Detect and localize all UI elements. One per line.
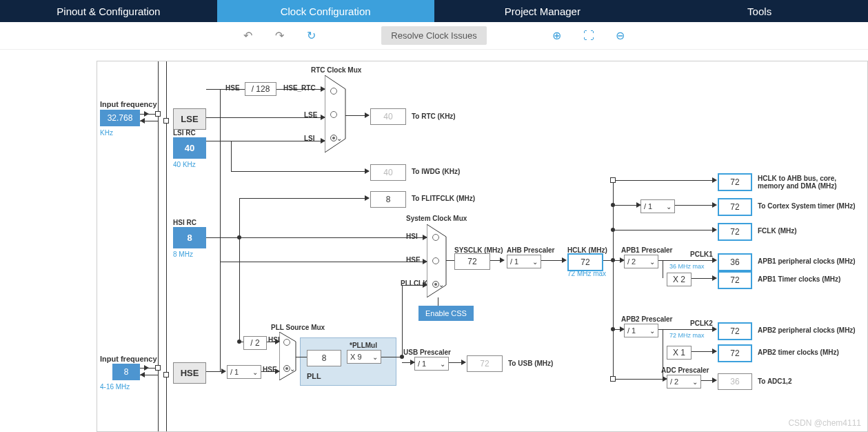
pllmux-opt-hse[interactable] (283, 365, 290, 372)
pllmul-select[interactable]: X 9 (347, 350, 381, 364)
rtcmux-opt-hse[interactable] (330, 88, 337, 95)
adc-title: ADC Prescaler (661, 366, 709, 374)
flitf-out: 8 (370, 191, 406, 208)
undo-icon[interactable]: ↶ (241, 29, 254, 43)
apb2-title: APB2 Prescaler (621, 315, 673, 323)
hsi-sub: 8 MHz (173, 251, 193, 258)
lse-freq-label: Input frequency (100, 100, 157, 108)
resolve-button[interactable]: Resolve Clock Issues (381, 26, 486, 45)
apb2-mult: X 1 (667, 346, 692, 360)
ahb-prescaler-select[interactable]: / 1 (507, 255, 541, 268)
sysmux-hsi-lbl: HSI (406, 233, 418, 240)
adc-prescaler-select[interactable]: / 2 (667, 375, 701, 389)
sysmux-hse-lbl: HSE (406, 256, 421, 264)
lse-freq-value[interactable]: 32.768 (100, 110, 140, 126)
out-apb2tim: 72 (718, 344, 752, 362)
usb-outlbl: To USB (MHz) (508, 360, 553, 367)
pll-hsidiv: / 2 (243, 336, 267, 350)
lse-unit: KHz (100, 129, 113, 137)
enable-css-button[interactable]: Enable CSS (418, 306, 474, 321)
lsi-osc: 40 (173, 137, 206, 159)
pclk1-sub: 36 MHz max (669, 263, 705, 270)
rtc-outlbl: To RTC (KHz) (412, 112, 456, 120)
ahb-lbl: AHB Prescaler (507, 246, 554, 254)
out-fclk: 72 (718, 223, 752, 241)
usb-out: 72 (467, 355, 503, 372)
pllmux-opt-hsi[interactable] (283, 339, 290, 346)
apb1-title: APB1 Prescaler (621, 246, 673, 254)
apb2-prescaler-select[interactable]: / 1 (624, 324, 658, 337)
iwdg-out: 40 (370, 164, 406, 181)
rtc-out: 40 (370, 108, 406, 125)
hse-freq-value[interactable]: 8 (112, 364, 140, 380)
sysmux-opt-pllclk[interactable] (432, 281, 439, 288)
hsi-label: HSI RC (173, 219, 196, 226)
pclk2-sub: 72 MHz max (669, 332, 705, 339)
clock-diagram[interactable]: Input frequency 32.768 KHz LSE LSI RC 40… (97, 61, 868, 432)
usb-prescaler-select[interactable]: / 1 (414, 357, 449, 371)
out-apb1tim-lbl: APB1 Timer clocks (MHz) (758, 275, 840, 283)
pll-area-lbl: PLL (307, 372, 321, 380)
hse-osc: HSE (173, 362, 206, 384)
out-cortex-lbl: To Cortex System timer (MHz) (758, 202, 856, 210)
out-adc: 36 (718, 373, 752, 390)
lsi-sub: 40 KHz (173, 161, 196, 168)
hse-div-select[interactable]: / 1 (227, 365, 261, 379)
sysmux-title: System Clock Mux (406, 215, 467, 222)
rtc-hsediv: / 128 (245, 82, 276, 96)
lsi-label: LSI RC (173, 129, 196, 137)
rtcmux-opt-lse[interactable] (330, 111, 337, 118)
out-pclk2: 72 (718, 322, 752, 340)
fit-icon[interactable]: ⛶ (582, 29, 596, 43)
out-pclk2-lbl: APB2 peripheral clocks (MHz) (758, 326, 856, 334)
apb1-mult: X 2 (667, 273, 692, 286)
sysmux-opt-hsi[interactable] (432, 234, 439, 241)
rtcmux-hse-lbl: HSE (225, 84, 240, 92)
rtcmux-title: RTC Clock Mux (311, 66, 361, 74)
pclk2-lbl: PCLK2 (690, 320, 713, 327)
zoom-out-icon[interactable]: ⊖ (614, 29, 627, 43)
out-adc-lbl: To ADC1,2 (758, 377, 791, 385)
refresh-icon[interactable]: ↻ (304, 29, 318, 43)
out-hclkahb: 72 (718, 173, 752, 191)
tab-pinout[interactable]: Pinout & Configuration (0, 0, 217, 22)
hse-unit: 4-16 MHz (100, 383, 130, 391)
apb1-prescaler-select[interactable]: / 2 (624, 255, 658, 268)
lse-osc: LSE (173, 108, 206, 130)
sysmux-opt-hse[interactable] (432, 257, 439, 264)
flitf-lbl: To FLITFCLK (MHz) (412, 195, 475, 202)
redo-icon[interactable]: ↷ (272, 29, 286, 43)
pll-input-val: 8 (307, 350, 341, 366)
out-pclk1-lbl: APB1 peripheral clocks (MHz) (758, 257, 856, 265)
hclk-val[interactable]: 72 (567, 253, 603, 271)
cortex-div-select[interactable]: / 1 (640, 199, 675, 213)
watermark: CSDN @chem4111 (788, 418, 861, 428)
rtcmux-hsertc-lbl: HSE_RTC (283, 84, 316, 92)
tab-clock[interactable]: Clock Configuration (217, 0, 434, 22)
hsi-osc: 8 (173, 227, 206, 248)
pllmux-title: PLL Source Mux (271, 324, 325, 331)
usb-title: USB Prescaler (403, 348, 451, 356)
rtcmux-opt-lsi[interactable] (330, 135, 337, 141)
hclk-sub: 72 MHz max (567, 270, 606, 277)
out-apb2tim-lbl: APB2 timer clocks (MHz) (758, 348, 839, 356)
out-cortex: 72 (718, 198, 752, 216)
out-hclkahb-lbl: HCLK to AHB bus, core, memory and DMA (M… (758, 175, 840, 190)
tab-project[interactable]: Project Manager (434, 0, 652, 22)
pclk1-lbl: PCLK1 (690, 251, 713, 258)
hse-freq-label: Input frequency (100, 355, 157, 363)
out-fclk-lbl: FCLK (MHz) (758, 227, 797, 235)
out-pclk1: 36 (718, 253, 752, 271)
pllmul-lbl: *PLLMul (350, 342, 377, 349)
out-apb1tim: 72 (718, 271, 752, 289)
sysclk-val: 72 (454, 253, 490, 270)
tab-tools[interactable]: Tools (651, 0, 868, 22)
zoom-in-icon[interactable]: ⊕ (550, 29, 564, 43)
iwdg-lbl: To IWDG (KHz) (412, 168, 460, 175)
